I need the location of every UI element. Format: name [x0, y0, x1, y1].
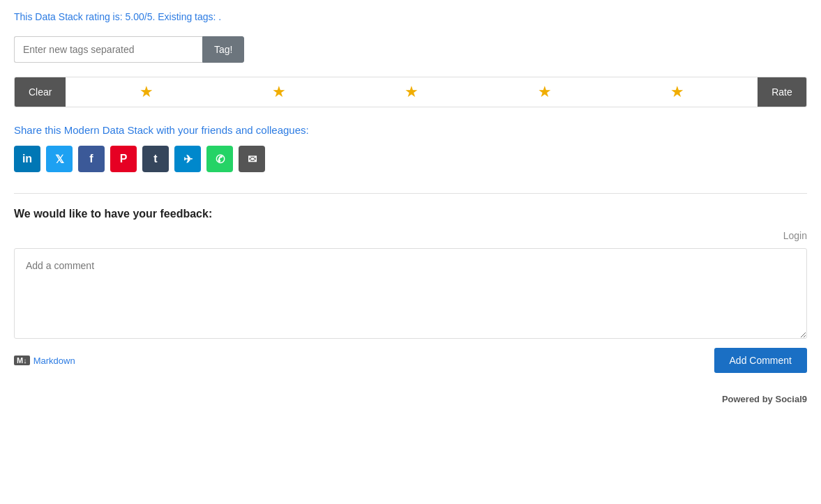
comment-textarea[interactable]: [14, 248, 807, 339]
star-1[interactable]: ★: [140, 83, 153, 101]
facebook-icon[interactable]: f: [78, 146, 105, 172]
powered-by: Powered by Social9: [14, 394, 807, 404]
add-comment-button[interactable]: Add Comment: [714, 348, 807, 373]
social-icons: in 𝕏 f P t ✈ ✆ ✉: [14, 146, 807, 172]
divider: [14, 193, 807, 194]
feedback-heading: We would like to have your feedback:: [14, 208, 807, 220]
star-5[interactable]: ★: [670, 83, 684, 101]
whatsapp-icon[interactable]: ✆: [206, 146, 233, 172]
brand-name: Social9: [775, 394, 807, 404]
stars-container: ★ ★ ★ ★ ★: [66, 83, 758, 101]
comment-footer: M↓ Markdown Add Comment: [14, 348, 807, 373]
login-link[interactable]: Login: [783, 230, 807, 241]
pinterest-icon[interactable]: P: [110, 146, 137, 172]
share-text: Share this Modern Data Stack with your f…: [14, 124, 807, 136]
rating-bar: Clear ★ ★ ★ ★ ★ Rate: [14, 77, 807, 107]
markdown-link[interactable]: Markdown: [33, 356, 75, 366]
tag-button[interactable]: Tag!: [202, 36, 244, 63]
star-3[interactable]: ★: [405, 83, 419, 101]
tag-input[interactable]: [14, 36, 202, 63]
telegram-icon[interactable]: ✈: [174, 146, 201, 172]
markdown-label-container: M↓ Markdown: [14, 356, 75, 366]
rate-button[interactable]: Rate: [758, 77, 806, 107]
rating-info: This Data Stack rating is: 5.00/5. Exist…: [14, 11, 807, 22]
tumblr-icon[interactable]: t: [142, 146, 169, 172]
twitter-icon[interactable]: 𝕏: [46, 146, 73, 172]
linkedin-icon[interactable]: in: [14, 146, 40, 172]
tag-section: Tag!: [14, 36, 807, 63]
login-container: Login: [14, 230, 807, 241]
email-icon[interactable]: ✉: [239, 146, 265, 172]
star-2[interactable]: ★: [272, 83, 286, 101]
clear-button[interactable]: Clear: [15, 77, 66, 107]
markdown-m-badge: M↓: [14, 356, 30, 365]
star-4[interactable]: ★: [538, 83, 552, 101]
